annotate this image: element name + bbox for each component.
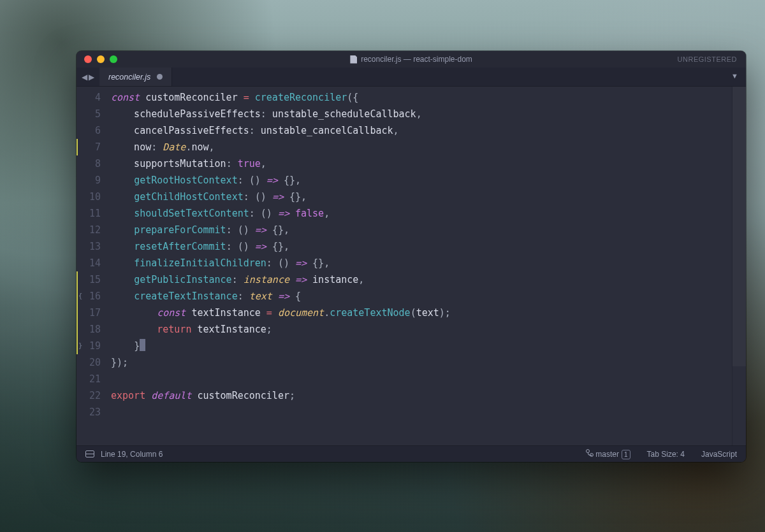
editor-area[interactable]: 45678910111213141516{171819}20212223 con…	[76, 87, 746, 445]
line-number: 5	[76, 106, 101, 122]
line-number: 7	[76, 139, 101, 155]
code-line[interactable]: resetAfterCommit: () => {},	[111, 238, 732, 255]
branch-count: 1	[622, 450, 630, 459]
file-icon	[350, 55, 357, 64]
line-number: 23	[76, 404, 101, 421]
code-line[interactable]	[111, 371, 732, 387]
nav-back-icon[interactable]: ◀	[82, 73, 87, 82]
code-line[interactable]: });	[111, 354, 732, 371]
tab-size[interactable]: Tab Size: 4	[647, 450, 685, 459]
tab-history-nav: ◀ ▶	[76, 68, 99, 86]
fold-marker[interactable]: }	[76, 338, 84, 354]
code-line[interactable]: finalizeInitialChildren: () => {},	[111, 255, 732, 271]
window-controls	[84, 55, 117, 63]
code-line[interactable]: const textInstance = document.createText…	[111, 305, 732, 321]
line-number: 19}	[76, 338, 101, 354]
code-line[interactable]: prepareForCommit: () => {},	[111, 222, 732, 238]
window-title: reconciler.js — react-simple-dom	[350, 55, 472, 64]
code-content[interactable]: const customReconciler = createReconcile…	[107, 87, 732, 445]
code-line[interactable]: schedulePassiveEffects: unstable_schedul…	[111, 106, 732, 122]
code-line[interactable]: return textInstance;	[111, 321, 732, 338]
code-line[interactable]: export default customReconciler;	[111, 387, 732, 404]
code-line[interactable]: getRootHostContext: () => {},	[111, 172, 732, 189]
tab-bar: ◀ ▶ reconciler.js ▼	[76, 68, 746, 87]
code-line[interactable]: shouldSetTextContent: () => false,	[111, 205, 732, 222]
cursor-position[interactable]: Line 19, Column 6	[101, 450, 163, 459]
tab-dirty-icon	[157, 74, 163, 80]
desktop-wallpaper: reconciler.js — react-simple-dom UNREGIS…	[0, 0, 765, 532]
maximize-icon[interactable]	[110, 55, 117, 63]
line-number: 6	[76, 122, 101, 139]
titlebar: reconciler.js — react-simple-dom UNREGIS…	[76, 51, 746, 68]
line-number: 8	[76, 155, 101, 172]
code-line[interactable]: now: Date.now,	[111, 139, 732, 155]
line-number: 9	[76, 172, 101, 189]
line-number: 20	[76, 354, 101, 371]
fold-marker[interactable]: {	[76, 288, 84, 305]
code-line[interactable]: getChildHostContext: () => {},	[111, 189, 732, 205]
panel-icon[interactable]	[85, 450, 94, 457]
tab-dropdown-icon[interactable]: ▼	[731, 72, 738, 80]
branch-icon	[586, 449, 594, 457]
line-number: 14	[76, 255, 101, 271]
close-icon[interactable]	[84, 55, 92, 63]
window-title-text: reconciler.js — react-simple-dom	[361, 55, 472, 64]
code-line[interactable]: supportsMutation: true,	[111, 155, 732, 172]
line-number: 10	[76, 189, 101, 205]
line-number: 16{	[76, 288, 101, 305]
code-line[interactable]: createTextInstance: text => {	[111, 288, 732, 305]
code-line[interactable]: }	[111, 338, 732, 354]
status-bar: Line 19, Column 6 master1 Tab Size: 4 Ja…	[76, 445, 746, 462]
unregistered-label: UNREGISTERED	[678, 55, 737, 63]
tab-filename: reconciler.js	[108, 73, 150, 82]
code-line[interactable]	[111, 404, 732, 421]
line-number: 13	[76, 238, 101, 255]
status-right: master1 Tab Size: 4 JavaScript	[586, 449, 737, 459]
code-line[interactable]: const customReconciler = createReconcile…	[111, 89, 732, 106]
editor-window: reconciler.js — react-simple-dom UNREGIS…	[76, 51, 746, 462]
line-number-gutter: 45678910111213141516{171819}20212223	[76, 87, 107, 445]
minimap-viewport[interactable]	[732, 87, 746, 366]
tab-reconciler[interactable]: reconciler.js	[99, 68, 172, 86]
minimize-icon[interactable]	[97, 55, 105, 63]
code-line[interactable]: getPublicInstance: instance => instance,	[111, 271, 732, 288]
line-number: 12	[76, 222, 101, 238]
code-line[interactable]: cancelPassiveEffects: unstable_cancelCal…	[111, 122, 732, 139]
git-branch[interactable]: master1	[586, 449, 630, 459]
line-number: 4	[76, 89, 101, 106]
minimap[interactable]	[732, 87, 746, 445]
cursor	[140, 339, 145, 351]
line-number: 15	[76, 271, 101, 288]
line-number: 22	[76, 387, 101, 404]
syntax-language[interactable]: JavaScript	[701, 450, 737, 459]
nav-forward-icon[interactable]: ▶	[89, 73, 94, 82]
line-number: 21	[76, 371, 101, 387]
line-number: 11	[76, 205, 101, 222]
line-number: 18	[76, 321, 101, 338]
branch-name: master	[595, 450, 619, 459]
status-left: Line 19, Column 6	[85, 450, 163, 459]
line-number: 17	[76, 305, 101, 321]
